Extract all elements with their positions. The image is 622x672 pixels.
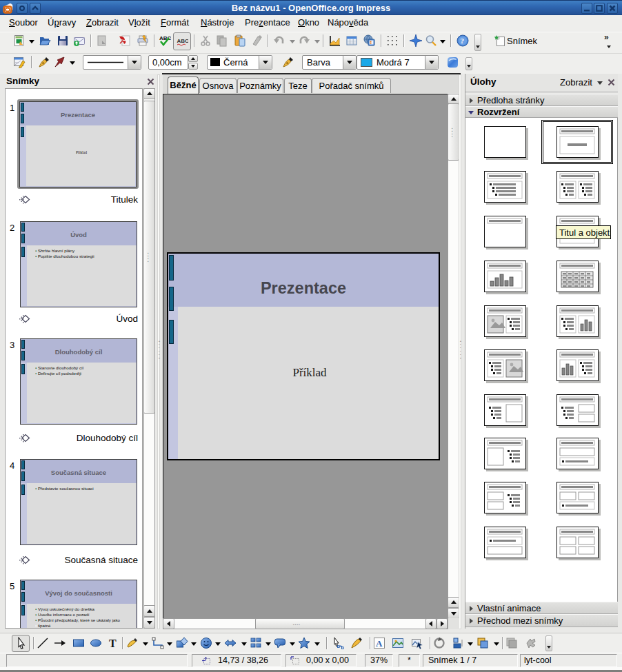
svg-text:A: A [376, 638, 383, 649]
svg-text:ABC: ABC [177, 38, 189, 44]
svg-text:?: ? [461, 37, 465, 45]
svg-text:T: T [109, 638, 117, 649]
